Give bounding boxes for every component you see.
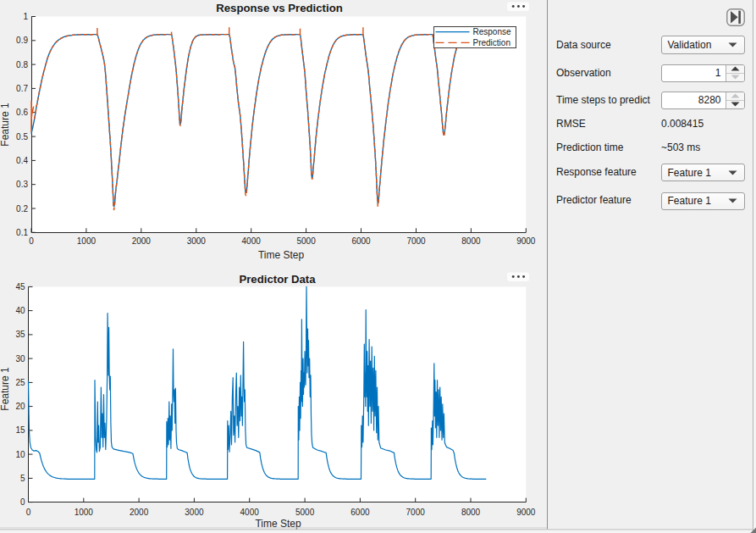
svg-text:10: 10 xyxy=(15,450,25,459)
svg-text:20: 20 xyxy=(15,402,25,411)
svg-text:5: 5 xyxy=(20,474,25,483)
svg-text:0.2: 0.2 xyxy=(16,204,28,214)
svg-text:Response vs Prediction: Response vs Prediction xyxy=(216,2,343,14)
svg-text:30: 30 xyxy=(15,354,25,364)
svg-text:Predictor Data: Predictor Data xyxy=(239,273,316,286)
svg-text:Response: Response xyxy=(473,27,511,36)
svg-text:1000: 1000 xyxy=(74,508,94,517)
svg-text:0.8: 0.8 xyxy=(16,60,28,69)
svg-text:0.3: 0.3 xyxy=(16,180,28,189)
svg-text:0.1: 0.1 xyxy=(16,228,28,237)
svg-text:0.7: 0.7 xyxy=(16,84,28,93)
svg-text:4000: 4000 xyxy=(242,236,262,246)
svg-text:40: 40 xyxy=(15,306,25,315)
svg-text:Feature 1: Feature 1 xyxy=(0,367,11,411)
svg-text:0: 0 xyxy=(26,508,31,517)
svg-text:5000: 5000 xyxy=(295,508,315,517)
svg-text:4000: 4000 xyxy=(240,508,260,517)
svg-text:7000: 7000 xyxy=(406,508,426,517)
svg-text:8000: 8000 xyxy=(461,236,481,246)
svg-text:1: 1 xyxy=(23,12,28,21)
svg-text:3000: 3000 xyxy=(187,236,207,246)
svg-text:5000: 5000 xyxy=(296,236,316,246)
svg-text:0.5: 0.5 xyxy=(16,132,28,142)
svg-text:6000: 6000 xyxy=(350,508,370,517)
svg-text:0.9: 0.9 xyxy=(16,36,28,45)
svg-text:Prediction: Prediction xyxy=(473,38,510,47)
svg-text:3000: 3000 xyxy=(185,508,204,517)
svg-text:6000: 6000 xyxy=(351,236,371,246)
svg-text:25: 25 xyxy=(15,378,25,387)
svg-text:0.6: 0.6 xyxy=(16,108,28,117)
svg-text:7000: 7000 xyxy=(406,236,426,246)
svg-text:Time Step: Time Step xyxy=(258,249,305,261)
svg-text:35: 35 xyxy=(15,330,25,339)
svg-text:Feature 1: Feature 1 xyxy=(0,103,11,147)
svg-text:0.4: 0.4 xyxy=(16,156,28,165)
svg-text:45: 45 xyxy=(15,282,25,291)
svg-text:2000: 2000 xyxy=(132,236,152,246)
svg-text:0: 0 xyxy=(20,497,25,507)
svg-text:9000: 9000 xyxy=(516,508,536,517)
svg-text:2000: 2000 xyxy=(130,508,149,517)
svg-text:0: 0 xyxy=(29,236,34,246)
svg-text:15: 15 xyxy=(15,425,25,435)
svg-text:1000: 1000 xyxy=(77,236,97,246)
svg-text:9000: 9000 xyxy=(516,236,536,246)
svg-text:8000: 8000 xyxy=(461,508,481,517)
